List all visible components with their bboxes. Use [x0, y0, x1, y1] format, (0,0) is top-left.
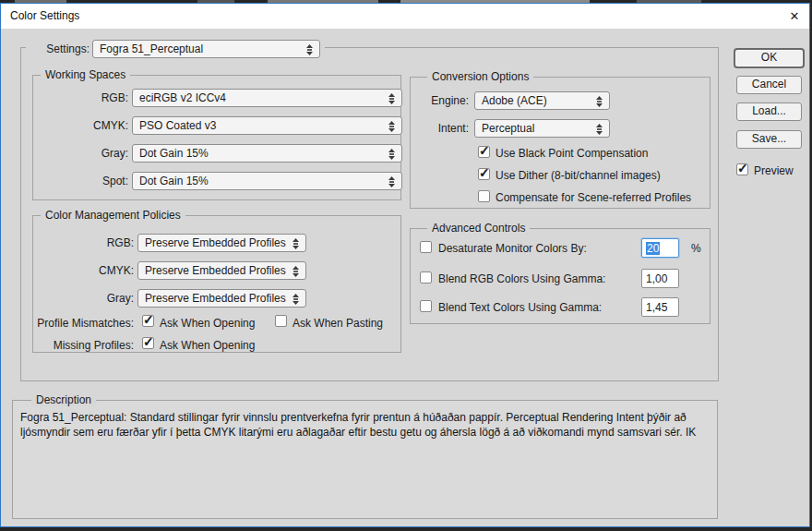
updown-arrows-icon	[292, 238, 300, 249]
ws-cmyk-value: PSO Coated v3	[139, 119, 216, 132]
ws-cmyk-label: CMYK:	[33, 119, 128, 132]
cmp-gray-select[interactable]: Preserve Embedded Profiles	[137, 289, 306, 308]
updown-arrows-icon	[292, 294, 300, 305]
desaturate-value: 20	[646, 242, 660, 255]
advanced-controls-title: Advanced Controls	[427, 222, 530, 235]
check-icon: ✓	[737, 161, 748, 175]
compensate-scene-label: Compensate for Scene-referred Profiles	[496, 191, 691, 204]
check-icon: ✓	[143, 312, 154, 327]
ws-cmyk-select[interactable]: PSO Coated v3	[132, 116, 402, 135]
checkbox-black-point-compensation[interactable]: ✓	[478, 146, 490, 158]
desaturate-value-field[interactable]: 20	[641, 238, 679, 258]
cmp-rgb-value: Preserve Embedded Profiles	[145, 236, 286, 249]
cmp-gray-label: Gray:	[33, 292, 134, 305]
settings-label: Settings:	[28, 42, 90, 55]
cmp-rgb-label: RGB:	[33, 236, 134, 249]
checkbox-blend-rgb-gamma[interactable]	[420, 272, 432, 284]
advanced-controls-group: Advanced Controls Desaturate Monitor Col…	[410, 228, 710, 324]
description-text: Fogra 51_Perceptual: Standard stillingar…	[20, 410, 710, 440]
checkbox-blend-text-gamma[interactable]	[420, 300, 432, 312]
updown-arrows-icon	[388, 149, 396, 160]
ws-rgb-value: eciRGB v2 ICCv4	[139, 91, 226, 104]
checkbox-desaturate-monitor[interactable]	[420, 241, 432, 253]
cmp-cmyk-label: CMYK:	[33, 264, 134, 277]
checkbox-compensate-scene[interactable]	[478, 190, 490, 202]
blend-text-gamma-field[interactable]: 1,45	[641, 297, 679, 317]
updown-arrows-icon	[388, 93, 396, 104]
dialog-titlebar	[1, 4, 809, 29]
cmp-cmyk-value: Preserve Embedded Profiles	[145, 264, 286, 277]
dialog-title: Color Settings	[10, 9, 79, 22]
close-icon[interactable]: ✕	[782, 6, 806, 26]
engine-select[interactable]: Adobe (ACE)	[474, 91, 610, 110]
engine-label: Engine:	[411, 94, 469, 107]
checkbox-mismatch-ask-opening[interactable]: ✓	[142, 315, 154, 327]
ws-spot-select[interactable]: Dot Gain 15%	[132, 172, 402, 190]
working-spaces-title: Working Spaces	[41, 68, 130, 81]
description-title: Description	[31, 393, 96, 406]
updown-arrows-icon	[595, 96, 603, 107]
profile-mismatches-label: Profile Mismatches:	[33, 317, 134, 330]
blend-rgb-gamma-field[interactable]: 1,00	[641, 269, 679, 288]
updown-arrows-icon	[388, 121, 396, 132]
blend-rgb-gamma-value: 1,00	[646, 272, 667, 285]
check-icon: ✓	[479, 143, 490, 158]
checkbox-mismatch-ask-pasting[interactable]	[275, 315, 287, 327]
checkbox-preview[interactable]: ✓	[736, 163, 748, 175]
intent-value: Perceptual	[482, 122, 534, 135]
conversion-options-group: Conversion Options Engine: Adobe (ACE) I…	[410, 77, 710, 209]
load-button[interactable]: Load...	[736, 103, 802, 121]
cmp-cmyk-select[interactable]: Preserve Embedded Profiles	[137, 261, 306, 280]
missing-ask-opening-label: Ask When Opening	[160, 339, 255, 352]
updown-arrows-icon	[388, 176, 396, 187]
ws-gray-label: Gray:	[33, 147, 128, 160]
policies-title: Color Management Policies	[41, 209, 185, 222]
use-dither-label: Use Dither (8-bit/channel images)	[496, 169, 661, 182]
cmp-rgb-select[interactable]: Preserve Embedded Profiles	[137, 234, 306, 252]
missing-profiles-label: Missing Profiles:	[33, 339, 134, 352]
intent-select[interactable]: Perceptual	[474, 119, 610, 138]
ws-rgb-label: RGB:	[33, 91, 128, 104]
mismatch-ask-opening-label: Ask When Opening	[160, 317, 255, 330]
engine-value: Adobe (ACE)	[482, 94, 547, 107]
desaturate-unit-label: %	[691, 242, 701, 255]
cmp-gray-value: Preserve Embedded Profiles	[145, 292, 286, 305]
blend-rgb-gamma-label: Blend RGB Colors Using Gamma:	[438, 272, 605, 285]
checkbox-missing-ask-opening[interactable]: ✓	[142, 337, 154, 349]
settings-preset-select[interactable]: Fogra 51_Perceptual	[92, 40, 320, 58]
blend-text-gamma-value: 1,45	[646, 301, 667, 314]
intent-label: Intent:	[411, 122, 469, 135]
updown-arrows-icon	[305, 44, 314, 55]
updown-arrows-icon	[595, 124, 603, 135]
working-spaces-group: Working Spaces RGB: eciRGB v2 ICCv4 CMYK…	[32, 75, 401, 200]
ws-spot-label: Spot:	[33, 175, 128, 187]
black-point-compensation-label: Use Black Point Compensation	[496, 147, 648, 160]
preview-label: Preview	[754, 164, 794, 177]
settings-preset-value: Fogra 51_Perceptual	[100, 42, 203, 55]
ok-button[interactable]: OK	[734, 48, 805, 68]
check-icon: ✓	[479, 165, 490, 180]
policies-group: Color Management Policies RGB: Preserve …	[32, 215, 401, 353]
description-group: Description Fogra 51_Perceptual: Standar…	[12, 400, 718, 519]
ws-gray-select[interactable]: Dot Gain 15%	[132, 144, 402, 163]
ws-rgb-select[interactable]: eciRGB v2 ICCv4	[132, 89, 402, 107]
updown-arrows-icon	[292, 266, 300, 277]
color-settings-window: Color Settings ✕ Settings: Fogra 51_Perc…	[0, 0, 812, 531]
conversion-options-title: Conversion Options	[427, 70, 533, 83]
ws-gray-value: Dot Gain 15%	[139, 147, 209, 160]
mismatch-ask-pasting-label: Ask When Pasting	[293, 317, 383, 330]
desaturate-monitor-label: Desaturate Monitor Colors By:	[438, 242, 587, 255]
save-button[interactable]: Save...	[736, 130, 802, 149]
ws-spot-value: Dot Gain 15%	[139, 175, 209, 187]
cancel-button[interactable]: Cancel	[736, 76, 802, 94]
checkbox-use-dither[interactable]: ✓	[478, 168, 490, 180]
check-icon: ✓	[143, 334, 154, 349]
blend-text-gamma-label: Blend Text Colors Using Gamma:	[438, 301, 602, 314]
